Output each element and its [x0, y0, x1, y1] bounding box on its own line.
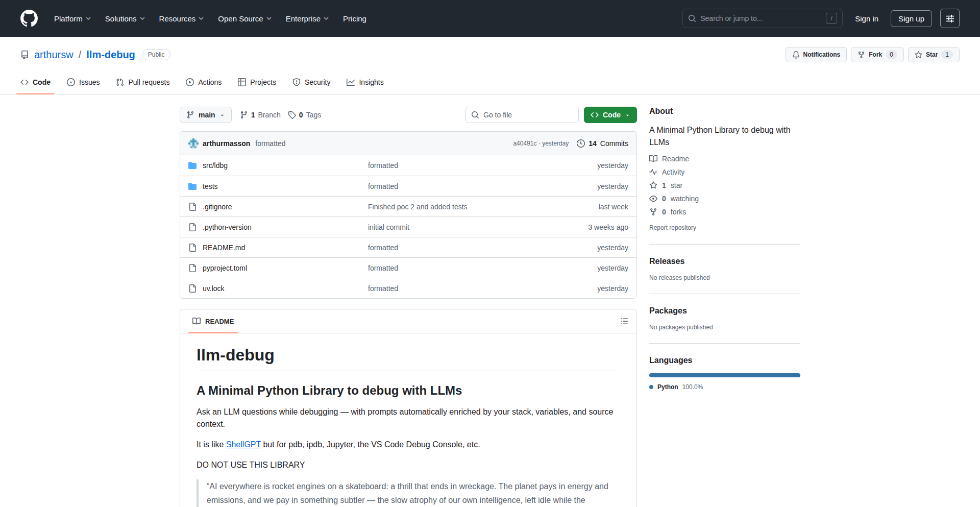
file-name-link[interactable]: .gitignore — [188, 203, 368, 211]
code-icon — [591, 111, 599, 119]
github-mark-icon — [20, 10, 38, 27]
repo-tab[interactable]: Insights — [338, 70, 391, 94]
branch-icon — [186, 111, 194, 119]
nav-item-label: Resources — [159, 14, 196, 23]
report-repository-link[interactable]: Report repository — [649, 224, 696, 231]
star-icon — [915, 51, 922, 59]
repo-tab[interactable]: Security — [284, 70, 339, 94]
nav-item[interactable]: Platform — [49, 10, 96, 27]
commit-sha-time[interactable]: a40491c · yesterday — [513, 140, 569, 147]
about-meta-item[interactable]: Activity — [649, 168, 800, 176]
file-row[interactable]: README.md formatted yesterday — [180, 237, 636, 257]
file-list-card: arthurmasson formatted a40491c · yesterd… — [180, 131, 637, 299]
file-name-link[interactable]: uv.lock — [188, 284, 368, 293]
file-name-link[interactable]: src/ldbg — [188, 161, 368, 170]
file-commit-message[interactable]: formatted — [368, 161, 552, 170]
repo-name-link[interactable]: llm-debug — [86, 49, 135, 61]
star-count: 1 — [941, 50, 953, 59]
file-commit-date: yesterday — [552, 161, 628, 170]
nav-item[interactable]: Solutions — [100, 10, 150, 27]
file-name-link[interactable]: tests — [188, 182, 368, 190]
file-name: tests — [203, 182, 218, 190]
repo-tab[interactable]: Actions — [178, 70, 230, 94]
repo-tab[interactable]: Projects — [230, 70, 284, 94]
search-input[interactable]: Search or jump to... / — [682, 9, 843, 28]
nav-item[interactable]: Resources — [154, 10, 209, 27]
header-right: Search or jump to... / Sign in Sign up — [682, 9, 960, 28]
sign-up-button[interactable]: Sign up — [891, 10, 932, 27]
commits-count: 14 — [589, 139, 597, 148]
file-icon — [188, 264, 197, 272]
branches-label: Branch — [258, 111, 280, 119]
readme-tab[interactable]: README — [184, 309, 242, 333]
code-download-button[interactable]: Code — [584, 107, 637, 123]
fork-button[interactable]: Fork 0 — [851, 47, 904, 62]
file-name-link[interactable]: README.md — [188, 244, 368, 252]
repo-owner-link[interactable]: arthursw — [34, 49, 74, 61]
file-row[interactable]: uv.lock formatted yesterday — [180, 278, 636, 298]
tags-link[interactable]: 0 Tags — [288, 111, 321, 119]
repo-tab[interactable]: Pull requests — [108, 70, 178, 94]
branch-name: main — [199, 111, 215, 119]
fork-count: 0 — [886, 50, 897, 59]
file-row[interactable]: tests formatted yesterday — [180, 176, 636, 196]
avatar[interactable] — [188, 138, 199, 149]
language-bar[interactable] — [649, 373, 800, 377]
readme-card: README llm-debug A Minimal Python Librar… — [180, 309, 637, 507]
meta-label: watching — [671, 195, 699, 203]
file-row[interactable]: pyproject.toml formatted yesterday — [180, 257, 636, 278]
about-meta-item[interactable]: 1 star — [649, 181, 800, 189]
command-palette-button[interactable] — [940, 9, 960, 28]
file-commit-message[interactable]: Finished poc 2 and added tests — [368, 203, 552, 211]
text: but for pdb, ipdb, Jupyter, the VS Code … — [261, 440, 480, 449]
file-name-link[interactable]: pyproject.toml — [188, 264, 368, 272]
language-legend-item[interactable]: Python 100.0% — [649, 383, 800, 391]
file-commit-message[interactable]: initial commit — [368, 223, 552, 231]
branch-icon — [240, 111, 248, 119]
nav-item[interactable]: Enterprise — [281, 10, 334, 27]
commit-history-link[interactable]: 14 Commits — [577, 139, 628, 148]
file-name: .python-version — [203, 223, 252, 231]
nav-item[interactable]: Open Source — [213, 10, 276, 27]
branch-selector[interactable]: main — [180, 107, 232, 123]
repo-tab-label: Insights — [359, 78, 383, 86]
caret-down-icon — [219, 112, 225, 118]
repo-tab[interactable]: Issues — [59, 70, 108, 94]
outline-button[interactable] — [616, 313, 632, 329]
notifications-button[interactable]: Notifications — [786, 47, 847, 62]
meta-label: forks — [671, 208, 686, 216]
commit-time: yesterday — [542, 140, 569, 147]
graph-icon — [347, 78, 355, 86]
tag-icon — [288, 111, 296, 119]
file-commit-message[interactable]: formatted — [368, 244, 552, 252]
repo-icon — [20, 51, 29, 59]
star-button[interactable]: Star 1 — [908, 47, 960, 62]
file-commit-message[interactable]: formatted — [368, 284, 552, 293]
file-commit-message[interactable]: formatted — [368, 264, 552, 272]
shellgpt-link[interactable]: ShellGPT — [226, 440, 261, 449]
file-name-link[interactable]: .python-version — [188, 223, 368, 231]
about-meta-item[interactable]: 0 watching — [649, 195, 800, 203]
play-circle-icon — [186, 78, 194, 86]
about-meta-item[interactable]: Readme — [649, 155, 800, 163]
nav-item[interactable]: Pricing — [338, 10, 372, 27]
content-container: main 1 Branch 0 Tags Go to file — [180, 94, 800, 507]
file-row[interactable]: src/ldbg formatted yesterday — [180, 155, 636, 176]
pulse-icon — [649, 168, 657, 176]
go-to-file-input[interactable]: Go to file — [465, 107, 579, 123]
repo-tab[interactable]: Code — [12, 70, 59, 94]
commit-sha: a40491c — [513, 140, 536, 147]
sign-in-link[interactable]: Sign in — [851, 11, 883, 26]
file-row[interactable]: .gitignore Finished poc 2 and added test… — [180, 196, 636, 216]
languages-section: Languages Python 100.0% — [649, 343, 800, 403]
github-logo[interactable] — [20, 10, 38, 27]
about-meta-item[interactable]: 0 forks — [649, 208, 800, 216]
search-icon — [471, 111, 479, 119]
file-row[interactable]: .python-version initial commit 3 weeks a… — [180, 216, 636, 237]
meta-count: 1 — [662, 181, 666, 189]
file-commit-message[interactable]: formatted — [368, 182, 552, 190]
commit-message-link[interactable]: formatted — [255, 139, 285, 148]
branches-link[interactable]: 1 Branch — [240, 111, 281, 119]
commit-author-link[interactable]: arthurmasson — [203, 139, 250, 148]
repo-actions: Notifications Fork 0 Star 1 — [786, 47, 960, 62]
